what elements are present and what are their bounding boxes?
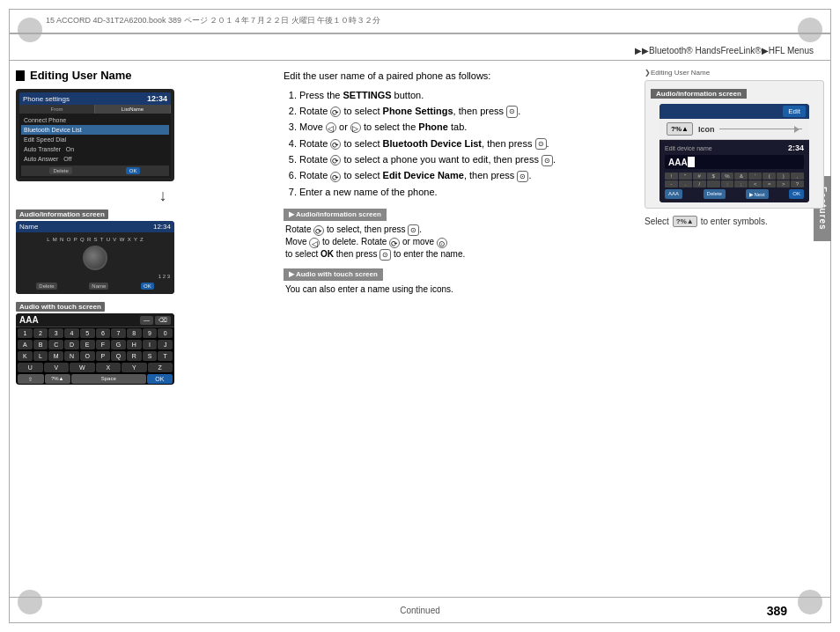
kb-key-t: T	[158, 351, 173, 361]
es-kb-row2: - . / : ; < = > ?	[665, 180, 804, 187]
top-bar: 15 ACCORD 4D-31T2A6200.book 389 ページ ２０１４…	[9, 9, 831, 33]
ts-time: 12:34	[153, 223, 171, 231]
es-kb-lt: <	[748, 180, 762, 187]
kb-key-c: C	[48, 340, 63, 349]
middle-panel: Edit the user name of a paired phone as …	[273, 69, 637, 597]
ts-header: Name 12:34	[16, 221, 174, 232]
es-btn-next: ▶Next	[746, 189, 768, 199]
kb-key-w: W	[70, 363, 95, 372]
es-nav-edit-btn: Edit	[783, 106, 806, 117]
note-audio-touch-content: You can also enter a name using the icon…	[284, 283, 627, 296]
breadcrumb-text: ▶▶Bluetooth® HandsFreeLink®▶HFL Menus	[635, 46, 814, 55]
press-icon-4: ⊙	[535, 138, 547, 150]
move-icon-note: ⊙	[437, 238, 447, 248]
rotate-icon-2: ⟳	[330, 107, 341, 117]
es-edit-area: Edit device name 2:34 AAA ! " # $ % &	[659, 140, 809, 202]
heading-block-icon	[16, 70, 25, 81]
menu-item-bluetooth: Bluetooth Device List	[21, 125, 169, 135]
kb-key-symbols: ?%▲	[45, 374, 71, 384]
kb-key-x: X	[96, 363, 122, 372]
tab-bar: From ListName	[19, 105, 171, 114]
select-symbols-text: Select ?%▲ to enter symbols.	[645, 216, 824, 227]
tab-listname: ListName	[95, 105, 171, 114]
down-arrow-icon: ↓	[60, 187, 266, 205]
es-icon-label: Icon	[698, 125, 715, 134]
kb-key-ok: OK	[147, 374, 173, 384]
es-kb-2: "	[679, 173, 692, 180]
kb-key-y: Y	[122, 363, 147, 372]
kb-key-9: 9	[143, 328, 158, 338]
instructions-list: Press the SETTINGS button. Rotate ⟳ to s…	[284, 89, 627, 200]
note-audio-touch: ▶ Audio with touch screen You can also e…	[284, 266, 627, 296]
es-kb-eq: =	[763, 180, 776, 187]
es-cursor	[688, 157, 695, 167]
es-icon-box: ?%▲	[667, 122, 693, 136]
step-7: Enter a new name of the phone.	[299, 186, 627, 199]
screen-header: Phone settings 12:34	[19, 92, 171, 105]
kb-key-4: 4	[64, 328, 79, 338]
ts-btn-delete: Delete	[36, 283, 56, 290]
es-kb-1: !	[665, 173, 678, 180]
main-content: Editing User Name Phone settings 12:34 F…	[9, 69, 831, 597]
kb-key-0: 0	[158, 328, 173, 338]
step-1-bold: SETTINGS	[343, 90, 392, 100]
screen-label-audio-info: Audio/information screen	[16, 207, 266, 221]
kb-key-q: Q	[111, 351, 126, 361]
step-6-bold: Edit Device Name	[383, 170, 464, 180]
kb-key-s: S	[143, 351, 158, 361]
kb-btn-minus: —	[140, 316, 153, 325]
kb-key-1: 1	[18, 328, 33, 338]
btn-delete: Delete	[49, 167, 71, 174]
step-4-bold: Bluetooth Device List	[383, 138, 482, 149]
es-kb-row1: ! " # $ % & ' ( ) ,	[665, 173, 804, 180]
section-rule	[9, 60, 831, 61]
note-audio-info: ▶ Audio/information screen Rotate ⟳ to s…	[284, 206, 627, 261]
es-edit-time: 2:34	[788, 143, 804, 152]
step-2-bold: Phone Settings	[383, 106, 453, 116]
es-edit-header: Edit device name 2:34	[665, 143, 804, 152]
step-6: Rotate ⟳ to select Edit Device Name, the…	[299, 169, 627, 182]
kb-key-k: K	[18, 351, 33, 361]
left-panel: Editing User Name Phone settings 12:34 F…	[9, 69, 273, 597]
kb-key-b: B	[33, 340, 48, 349]
select-rest: to enter symbols.	[701, 217, 768, 226]
rotate-icon-5: ⟳	[330, 155, 341, 165]
screen-time: 12:34	[147, 94, 167, 103]
step-5: Rotate ⟳ to select a phone you want to e…	[299, 153, 627, 166]
kb-key-u: U	[18, 363, 43, 372]
kb-key-r: R	[127, 351, 142, 361]
edit-screen: Edit ?%▲ Icon Edit device name 2:34 AAA	[659, 104, 809, 202]
metadata-text: 15 ACCORD 4D-31T2A6200.book 389 ページ ２０１４…	[46, 15, 380, 26]
move-right-3: ▷	[350, 122, 361, 133]
menu-item-auto-answer: Auto Answer Off	[21, 154, 169, 164]
screen-label-touch: Audio with touch screen	[16, 299, 266, 313]
rotate-icon-note2: ⟳	[389, 238, 400, 248]
es-arrow-line	[719, 129, 802, 129]
kb-key-p: P	[96, 351, 111, 361]
es-kb-q2: ?	[791, 180, 804, 187]
right-panel: ❯Editing User Name Audio/information scr…	[637, 69, 831, 597]
step-3: Move ◁ or ▷ to select the Phone tab.	[299, 121, 627, 134]
rotate-icon-6: ⟳	[330, 172, 341, 182]
kb-key-6: 6	[96, 328, 111, 338]
press-icon-6: ⊙	[517, 171, 528, 182]
ts-btn-name: Name	[89, 283, 108, 290]
touch-keyboard-screen: AAA — ⌫ 1 2 3 4 5 6 7 8 9 0 A B	[16, 313, 174, 385]
es-edit-title: Edit device name	[665, 145, 712, 151]
rp-title: ❯Editing User Name	[645, 69, 824, 77]
kb-btns: — ⌫	[140, 316, 171, 325]
ts-title: Name	[19, 223, 38, 231]
select-text: Select	[645, 217, 669, 226]
step-2: Rotate ⟳ to select Phone Settings, then …	[299, 105, 627, 118]
ts-btn-row: Delete Name OK	[18, 281, 172, 291]
es-kb-3: #	[693, 173, 706, 180]
ts-knob-row	[18, 244, 172, 272]
rotate-icon-4: ⟳	[330, 139, 341, 150]
es-kb-comma: ,	[791, 173, 804, 180]
kb-key-n: N	[64, 351, 79, 361]
es-bottom-row: AAA Delete ▶Next OK	[665, 189, 804, 199]
ts-body: L M N O P Q R S T U V W X Y Z 1 2 3 Dele…	[16, 232, 174, 294]
ts-letters-top: L M N O P Q R S T U V W X Y Z	[18, 235, 172, 244]
kb-key-2: 2	[33, 328, 48, 338]
bottom-bar: Continued 389	[9, 597, 831, 623]
